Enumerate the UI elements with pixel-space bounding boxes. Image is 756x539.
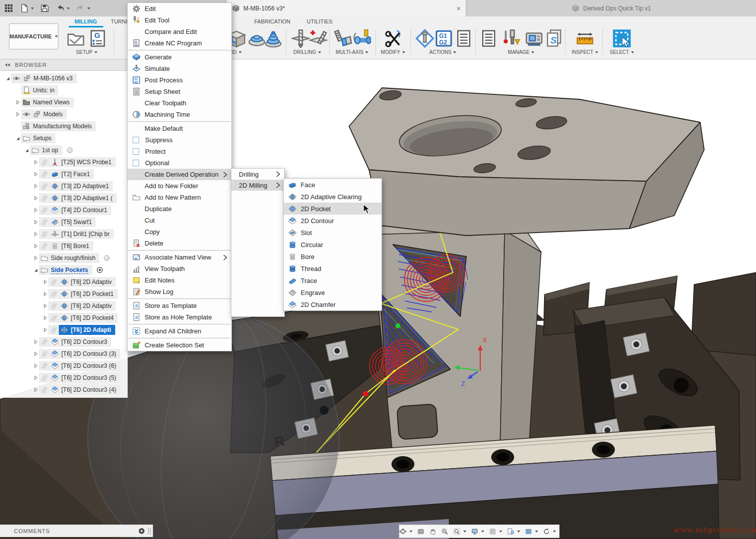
expander-closed-icon[interactable] <box>15 111 21 117</box>
menu-item-suppress[interactable]: Suppress <box>128 134 231 146</box>
menu-item-edit-tool[interactable]: Edit Tool <box>128 14 231 26</box>
close-tab-icon[interactable]: × <box>456 4 461 12</box>
menu-item-simulate[interactable]: Simulate <box>128 63 231 74</box>
ribbon-group-setup[interactable]: SETUP <box>76 49 97 55</box>
menu-item-cut[interactable]: Cut <box>128 215 231 226</box>
menu-item-clear-toolpath[interactable]: Clear Toolpath <box>128 97 231 109</box>
look-at-icon[interactable] <box>417 527 424 536</box>
menu-item-make-default[interactable]: Make Default <box>128 123 231 134</box>
drill-icon[interactable] <box>291 29 310 48</box>
tree-row[interactable]: Side Pockets <box>0 264 128 276</box>
display-settings-icon[interactable] <box>471 527 478 536</box>
expander-closed-icon[interactable] <box>33 183 39 189</box>
doc-tab-inactive[interactable]: Derived Ops Quick Tip v1 <box>467 0 756 16</box>
menu-item-view-toolpath[interactable]: View Toolpath <box>128 263 231 274</box>
menu-item-compare-and-edit[interactable]: Compare and Edit <box>128 26 231 37</box>
collapse-panel-icon[interactable] <box>4 62 11 68</box>
expander-closed-icon[interactable] <box>33 387 39 393</box>
expander-closed-icon[interactable] <box>33 339 39 345</box>
expander-closed-icon[interactable] <box>42 303 48 309</box>
file-icon[interactable] <box>19 3 29 13</box>
menu-item-2d-contour[interactable]: 2D Contour <box>284 215 381 227</box>
tool-library-icon[interactable] <box>502 29 521 48</box>
ribbon-group-3d[interactable]: 3D <box>230 49 242 55</box>
tree-row[interactable]: [T6] 2D Contour3 (6) <box>0 360 128 372</box>
menu-item-trace[interactable]: Trace <box>284 274 381 286</box>
menu-item-2d-chamfer[interactable]: 2D Chamfer <box>284 298 381 310</box>
viewports-icon[interactable] <box>507 527 514 536</box>
expander-closed-icon[interactable] <box>33 231 39 237</box>
tree-row[interactable]: [T6] 2D Pocket1 <box>0 288 128 300</box>
tree-row[interactable]: Side rough/finish <box>0 252 128 264</box>
menu-item-duplicate[interactable]: Duplicate <box>128 203 231 215</box>
post-process-icon[interactable]: G1G2 <box>434 29 453 48</box>
expander-closed-icon[interactable] <box>33 351 39 357</box>
expander-closed-icon[interactable] <box>33 207 39 213</box>
tree-row[interactable]: M-MB-1056 v3 <box>0 72 128 84</box>
spiral-icon[interactable] <box>264 29 283 48</box>
rotary-icon[interactable] <box>352 29 371 48</box>
job-doc-icon[interactable] <box>479 29 498 48</box>
menu-item-thread[interactable]: Thread <box>284 263 381 274</box>
expander-closed-icon[interactable] <box>33 159 39 165</box>
expander-closed-icon[interactable] <box>42 327 48 333</box>
expander-closed-icon[interactable] <box>33 195 39 201</box>
comments-bar[interactable]: COMMENTS <box>0 525 153 537</box>
tree-row[interactable]: [T2] Face1 <box>0 168 128 180</box>
setup-sheet-icon[interactable] <box>454 29 473 48</box>
menu-item-create-derived-operation[interactable]: Create Derived Operation <box>128 169 231 180</box>
tree-row[interactable]: Models <box>0 108 128 120</box>
tree-row[interactable]: [T5] Swarf1 <box>0 216 128 228</box>
chevron-down-icon[interactable] <box>481 531 484 533</box>
add-comment-icon[interactable] <box>138 528 145 535</box>
expander-closed-icon[interactable] <box>42 279 48 285</box>
expander-closed-icon[interactable] <box>15 99 21 105</box>
chevron-down-icon[interactable] <box>31 7 34 9</box>
menu-item-delete[interactable]: Delete <box>128 238 231 249</box>
zoom-window-icon[interactable] <box>453 527 460 536</box>
browser-tray-icon[interactable] <box>525 527 532 536</box>
menu-item-store-as-template[interactable]: SStore as Template <box>128 300 231 311</box>
chevron-down-icon[interactable] <box>553 531 556 533</box>
expander-closed-icon[interactable] <box>42 315 48 321</box>
menu-item-face[interactable]: Face <box>284 179 381 191</box>
menu-item-create-selection-set[interactable]: Create Selection Set <box>128 339 231 351</box>
app-grid-icon[interactable] <box>4 3 13 13</box>
save-icon[interactable] <box>40 3 49 13</box>
redo-icon[interactable] <box>76 3 85 13</box>
machine-icon[interactable] <box>525 29 544 48</box>
menu-item-edit[interactable]: Edit <box>128 3 231 14</box>
ribbon-group-actions[interactable]: ACTIONS <box>429 49 456 55</box>
templates-icon[interactable]: S <box>545 29 564 48</box>
menu-item-show-log[interactable]: Show Log <box>128 286 231 297</box>
menu-item-protect[interactable]: Protect <box>128 146 231 157</box>
tree-row[interactable]: Named Views <box>0 96 128 108</box>
expander-closed-icon[interactable] <box>33 243 39 249</box>
menu-item-add-to-new-pattern[interactable]: Add to New Pattern <box>128 192 231 203</box>
menu-item-2d-adaptive-clearing[interactable]: 2D Adaptive Clearing <box>284 191 381 203</box>
doc-tab-active[interactable]: M-MB-1056 v3* × <box>227 0 466 16</box>
tree-row[interactable]: [T6] 2D Contour3 <box>0 336 128 348</box>
menu-item-2d-milling[interactable]: 2D Milling <box>231 180 284 191</box>
menu-item-machining-time[interactable]: Machining Time <box>128 109 231 120</box>
panel-resize-handle[interactable] <box>148 528 151 535</box>
ribbon-tab-utilities[interactable]: UTILITIES <box>307 18 332 26</box>
tree-row[interactable]: [T1] Drill1 [Chip br <box>0 228 128 240</box>
tree-row[interactable]: Manufacturing Models <box>0 120 128 132</box>
menu-item-expand-all-children[interactable]: Expand All Children <box>128 325 231 337</box>
chevron-down-icon[interactable] <box>67 7 70 9</box>
ribbon-group-inspect[interactable]: INSPECT <box>571 49 598 55</box>
grid-snaps-icon[interactable] <box>489 527 496 536</box>
tree-row[interactable]: 1st op <box>0 144 128 156</box>
zoom-icon[interactable] <box>441 527 448 536</box>
browser-header[interactable]: BROWSER <box>0 59 128 71</box>
menu-item-create-nc-program[interactable]: GCreate NC Program <box>128 37 231 49</box>
expander-closed-icon[interactable] <box>33 171 39 177</box>
expander-open-icon[interactable] <box>24 147 30 153</box>
ribbon-group-modify[interactable]: MODIFY <box>381 49 405 55</box>
menu-item-edit-notes[interactable]: Edit Notes <box>128 274 231 286</box>
tree-row[interactable]: [T3] 2D Adaptive1 <box>0 180 128 192</box>
orbit-icon[interactable] <box>399 527 406 536</box>
drill-tap-icon[interactable] <box>309 29 328 48</box>
checkbox-icon[interactable] <box>133 148 139 155</box>
